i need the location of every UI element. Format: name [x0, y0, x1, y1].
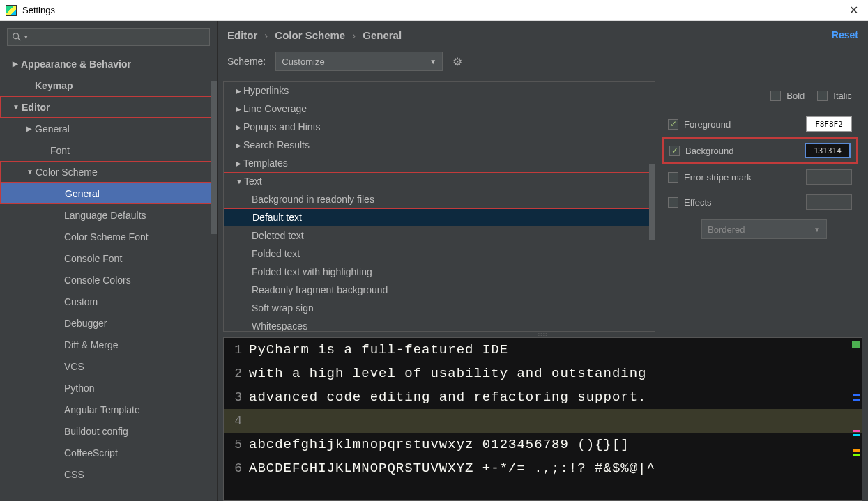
sidebar-item-vcs[interactable]: VCS: [0, 355, 217, 377]
sidebar-item-label: Python: [64, 383, 95, 394]
sidebar-item-diff-merge[interactable]: Diff & Merge: [0, 334, 217, 355]
effects-color-field[interactable]: [806, 194, 852, 210]
preview-line: 2with a high level of usability and outs…: [224, 362, 862, 385]
scheme-tree[interactable]: ▶Hyperlinks▶Line Coverage▶Popups and Hin…: [223, 81, 655, 332]
effects-type-value: Bordered: [708, 224, 745, 235]
breadcrumb-general: General: [363, 29, 402, 41]
preview-line: 1PyCharm is a full-featured IDE: [224, 338, 862, 362]
sidebar-item-buildout-config[interactable]: Buildout config: [0, 420, 217, 442]
sidebar-item-language-defaults[interactable]: Language Defaults: [0, 204, 217, 226]
line-number: 2: [224, 367, 249, 380]
reset-link[interactable]: Reset: [832, 29, 858, 40]
effects-type-select[interactable]: Bordered ▼: [701, 219, 827, 239]
sidebar-item-console-font[interactable]: Console Font: [0, 247, 217, 269]
sidebar-item-label: CSS: [64, 469, 84, 480]
foreground-checkbox[interactable]: Foreground: [668, 119, 731, 130]
sidebar-item-color-scheme-font[interactable]: Color Scheme Font: [0, 226, 217, 247]
scheme-tree-item-whitespaces[interactable]: Whitespaces: [224, 317, 655, 332]
bold-checkbox[interactable]: Bold: [770, 91, 805, 101]
dropdown-caret-icon: ▾: [24, 33, 28, 40]
sidebar-item-label: Color Scheme: [36, 167, 98, 178]
scheme-tree-label: Whitespaces: [252, 321, 307, 332]
scheme-select[interactable]: Customize ▼: [275, 52, 443, 71]
scheme-tree-scrollbar[interactable]: [649, 164, 655, 240]
sidebar-item-color-scheme[interactable]: ▼Color Scheme: [0, 161, 217, 183]
background-label: Background: [685, 146, 733, 156]
scheme-tree-item-deleted-text[interactable]: Deleted text: [224, 226, 655, 245]
stripe-mark: [853, 454, 860, 456]
scheme-value: Customize: [282, 56, 324, 67]
titlebar: Settings ✕: [0, 0, 868, 21]
chevron-down-icon: ▼: [24, 168, 36, 176]
scheme-tree-label: Hyperlinks: [243, 85, 289, 96]
scheme-tree-item-folded-text-with-highlighting[interactable]: Folded text with highlighting: [224, 263, 655, 281]
scheme-tree-item-readonly-fragment-background[interactable]: Readonly fragment background: [224, 281, 655, 299]
scheme-tree-item-background-in-readonly-files[interactable]: Background in readonly files: [224, 190, 655, 208]
sidebar-item-coffeescript[interactable]: CoffeeScript: [0, 442, 217, 463]
splitter-handle[interactable]: ∷∷: [218, 332, 868, 337]
sidebar-item-python[interactable]: Python: [0, 377, 217, 399]
sidebar-item-general[interactable]: ▶General: [0, 118, 217, 139]
sidebar-item-label: General: [35, 123, 70, 134]
sidebar-item-label: Console Font: [64, 253, 122, 264]
sidebar-item-keymap[interactable]: Keymap: [0, 75, 217, 96]
scheme-tree-item-default-text[interactable]: Default text: [224, 208, 655, 226]
error-stripe-label: Error stripe mark: [684, 172, 752, 183]
foreground-color-field[interactable]: F8F8F2: [806, 116, 852, 132]
stripe-mark: [853, 399, 860, 401]
error-stripe-checkbox[interactable]: Error stripe mark: [668, 172, 752, 183]
stripe-mark: [853, 434, 860, 436]
breadcrumb-editor[interactable]: Editor: [227, 29, 257, 41]
scheme-tree-item-hyperlinks[interactable]: ▶Hyperlinks: [224, 82, 655, 100]
effects-checkbox[interactable]: Effects: [668, 197, 712, 208]
sidebar-item-console-colors[interactable]: Console Colors: [0, 269, 217, 291]
sidebar-item-editor[interactable]: ▼Editor: [0, 96, 217, 118]
sidebar-item-css[interactable]: CSS: [0, 463, 217, 485]
sidebar-item-general[interactable]: General: [0, 183, 217, 204]
error-stripe-color-field[interactable]: [806, 169, 852, 185]
stripe-mark: [853, 449, 860, 452]
close-icon[interactable]: ✕: [845, 3, 862, 17]
background-color-field[interactable]: 131314: [805, 143, 851, 158]
stripe-mark: [853, 430, 860, 432]
sidebar-item-font[interactable]: Font: [0, 139, 217, 161]
scheme-tree-item-folded-text[interactable]: Folded text: [224, 245, 655, 263]
scheme-tree-item-popups-and-hints[interactable]: ▶Popups and Hints: [224, 118, 655, 136]
scheme-tree-item-soft-wrap-sign[interactable]: Soft wrap sign: [224, 299, 655, 317]
scheme-tree-item-line-coverage[interactable]: ▶Line Coverage: [224, 100, 655, 118]
sidebar-item-debugger[interactable]: Debugger: [0, 312, 217, 334]
sidebar-item-appearance-behavior[interactable]: ▶Appearance & Behavior: [0, 53, 217, 75]
preview-line: 6ABCDEFGHIJKLMNOPQRSTUVWXYZ +-*/= .,;:!?…: [224, 456, 862, 480]
line-number: 3: [224, 390, 249, 404]
scheme-tree-item-text[interactable]: ▼Text: [224, 172, 655, 190]
sidebar-item-angular-template[interactable]: Angular Template: [0, 399, 217, 420]
sidebar-item-custom[interactable]: Custom: [0, 291, 217, 312]
sidebar-item-label: Angular Template: [64, 404, 140, 415]
scheme-tree-label: Search Results: [243, 139, 310, 151]
search-input[interactable]: ▾: [7, 28, 210, 46]
italic-checkbox[interactable]: Italic: [817, 91, 852, 101]
settings-tree[interactable]: ▶Appearance & BehaviorKeymap▼Editor▶Gene…: [0, 50, 217, 501]
sidebar-item-label: CoffeeScript: [64, 447, 118, 458]
sidebar-scrollbar[interactable]: [211, 81, 217, 234]
error-stripe-row: Error stripe mark: [668, 169, 852, 185]
sidebar-item-label: Appearance & Behavior: [21, 59, 131, 70]
sidebar-item-label: Diff & Merge: [64, 339, 119, 350]
properties-panel: Bold Italic Foreground F8F8F2: [655, 81, 865, 332]
background-checkbox[interactable]: Background: [669, 146, 733, 156]
gear-icon[interactable]: ⚙: [452, 55, 462, 68]
scheme-tree-item-templates[interactable]: ▶Templates: [224, 154, 655, 172]
sidebar-item-label: General: [65, 188, 100, 199]
sidebar-item-label: Editor: [22, 102, 50, 113]
code-text: advanced code editing and refactoring su…: [249, 390, 647, 405]
breadcrumb-colorscheme[interactable]: Color Scheme: [275, 29, 345, 41]
stripe-ok-icon: [852, 341, 860, 348]
scheme-tree-item-search-results[interactable]: ▶Search Results: [224, 136, 655, 154]
preview-line: 4: [224, 409, 862, 433]
chevron-down-icon: ▼: [814, 226, 821, 233]
line-number: 4: [224, 414, 249, 428]
right-pane: Editor › Color Scheme › General Reset Sc…: [218, 21, 868, 501]
sidebar-item-label: Language Defaults: [64, 210, 146, 221]
line-number: 1: [224, 343, 249, 357]
preview-editor[interactable]: 1PyCharm is a full-featured IDE2with a h…: [223, 337, 862, 501]
